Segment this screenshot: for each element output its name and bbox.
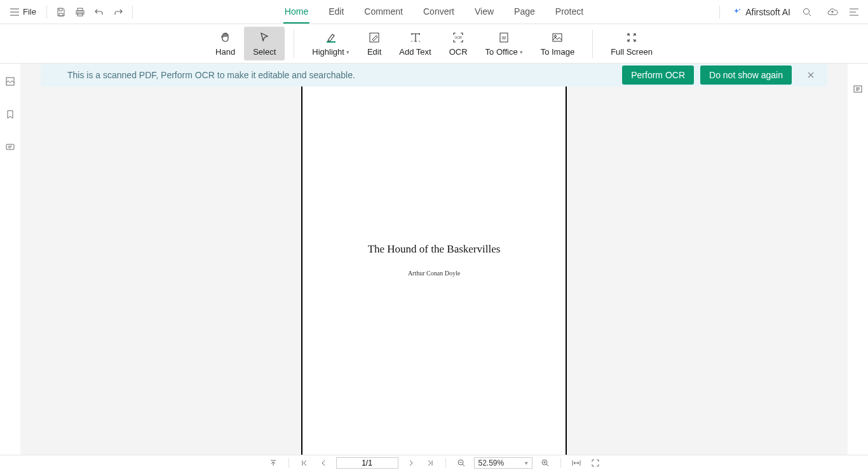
ai-brand[interactable]: Afirstsoft AI (731, 7, 790, 17)
tool-select[interactable]: Select (244, 27, 285, 60)
ribbon-separator (294, 30, 294, 58)
status-bar: 52.59% ▾ (0, 455, 868, 470)
menu-lines-icon[interactable] (845, 3, 863, 21)
ribbon-toolbar: Hand Select Highlight▾ Edit Add Tex (0, 24, 868, 64)
svg-rect-12 (6, 144, 14, 149)
highlight-icon (324, 31, 338, 45)
last-page-icon[interactable] (424, 457, 437, 469)
to-image-icon (551, 31, 564, 45)
tab-home[interactable]: Home (283, 0, 309, 24)
edit-icon (368, 31, 381, 45)
next-page-icon[interactable] (405, 457, 417, 469)
zoom-level-dropdown[interactable]: 52.59% ▾ (474, 457, 532, 469)
tool-add-text-label: Add Text (399, 47, 431, 57)
cursor-icon (258, 31, 271, 45)
chevron-down-icon: ▾ (525, 460, 528, 466)
tool-select-label: Select (253, 47, 276, 57)
cloud-icon[interactable] (824, 3, 841, 21)
tool-ocr-label: OCR (449, 47, 468, 57)
document-page[interactable]: The Hound of the Baskervilles Arthur Con… (301, 86, 567, 455)
tool-hand[interactable]: Hand (207, 27, 244, 60)
save-icon[interactable] (52, 3, 70, 21)
zoom-out-icon[interactable] (455, 457, 468, 469)
panel-icon[interactable] (849, 80, 867, 98)
fit-page-icon[interactable] (589, 457, 602, 469)
tab-page[interactable]: Page (513, 0, 536, 24)
tab-edit[interactable]: Edit (327, 0, 345, 24)
right-sidebar (848, 64, 868, 455)
menu-right-cluster: Afirstsoft AI (715, 3, 863, 21)
chevron-down-icon: ▾ (520, 49, 523, 55)
tool-to-office[interactable]: W To Office▾ (477, 27, 532, 60)
document-author: Arthur Conan Doyle (408, 270, 460, 277)
zoom-level-text: 52.59% (478, 459, 505, 467)
prev-page-icon[interactable] (317, 457, 330, 469)
page-container: The Hound of the Baskervilles Arthur Con… (20, 86, 848, 455)
workspace: This is a scanned PDF, Perform OCR to ma… (20, 64, 848, 455)
ribbon-group-view: Full Screen (602, 27, 661, 60)
svg-point-10 (555, 36, 557, 38)
scroll-top-icon[interactable] (267, 457, 280, 469)
first-page-icon[interactable] (298, 457, 311, 469)
redo-icon[interactable] (109, 3, 127, 21)
tool-ocr[interactable]: OCR OCR (440, 27, 477, 60)
tool-edit[interactable]: Edit (358, 27, 390, 60)
svg-rect-0 (78, 8, 83, 11)
svg-point-3 (739, 9, 740, 10)
undo-icon[interactable] (90, 3, 108, 21)
chevron-down-icon: ▾ (346, 49, 349, 55)
divider (46, 6, 47, 18)
hand-icon (219, 31, 232, 45)
separator (288, 458, 289, 468)
tool-add-text[interactable]: Add Text (390, 27, 440, 60)
thumbnails-icon[interactable] (1, 73, 19, 90)
file-menu[interactable]: File (5, 4, 41, 19)
tab-comment[interactable]: Comment (363, 0, 404, 24)
tool-highlight[interactable]: Highlight▾ (303, 27, 358, 60)
bookmark-icon[interactable] (1, 106, 19, 123)
tab-view[interactable]: View (473, 0, 495, 24)
ocr-notification-bar: This is a scanned PDF, Perform OCR to ma… (41, 64, 827, 86)
fit-width-icon[interactable] (570, 457, 583, 469)
page-number-input[interactable] (336, 457, 398, 469)
menu-left-cluster: File (5, 3, 137, 21)
ocr-icon: OCR (452, 31, 465, 45)
ribbon-group-edit: Highlight▾ Edit Add Text OCR OCR W To Of… (303, 27, 583, 60)
svg-point-4 (804, 8, 810, 14)
separator (445, 458, 446, 468)
menu-bar: File Home Edit Comment Convert View Page… (0, 0, 868, 24)
do-not-show-again-button[interactable]: Do not show again (700, 66, 792, 85)
ribbon-group-mode: Hand Select (207, 27, 285, 60)
tab-protect[interactable]: Protect (554, 0, 585, 24)
svg-text:OCR: OCR (455, 36, 463, 39)
tool-hand-label: Hand (215, 47, 235, 57)
close-icon[interactable] (803, 67, 818, 83)
add-text-icon (409, 31, 422, 45)
file-label: File (23, 7, 36, 17)
left-sidebar (0, 64, 20, 455)
tab-convert[interactable]: Convert (422, 0, 456, 24)
perform-ocr-button[interactable]: Perform OCR (622, 66, 694, 85)
ribbon-separator (592, 30, 593, 58)
sparkle-icon (731, 7, 742, 17)
tool-full-screen-label: Full Screen (611, 47, 653, 57)
tool-to-image-label: To Image (541, 47, 574, 57)
divider (719, 6, 720, 18)
zoom-in-icon[interactable] (539, 457, 552, 469)
print-icon[interactable] (71, 3, 89, 21)
separator (560, 458, 561, 468)
comments-icon[interactable] (1, 139, 19, 156)
tool-to-image[interactable]: To Image (532, 27, 583, 60)
tool-full-screen[interactable]: Full Screen (602, 27, 661, 60)
tool-edit-label: Edit (367, 47, 381, 57)
fullscreen-icon (625, 31, 638, 45)
to-office-icon: W (498, 31, 510, 45)
tool-highlight-label: Highlight▾ (312, 47, 349, 57)
svg-text:W: W (502, 36, 506, 40)
tool-to-office-label: To Office▾ (485, 47, 523, 57)
hamburger-icon (10, 8, 19, 16)
document-title: The Hound of the Baskervilles (368, 243, 501, 256)
ocr-notification-message: This is a scanned PDF, Perform OCR to ma… (67, 70, 355, 80)
search-icon[interactable] (798, 3, 816, 21)
window-controls (824, 3, 863, 21)
